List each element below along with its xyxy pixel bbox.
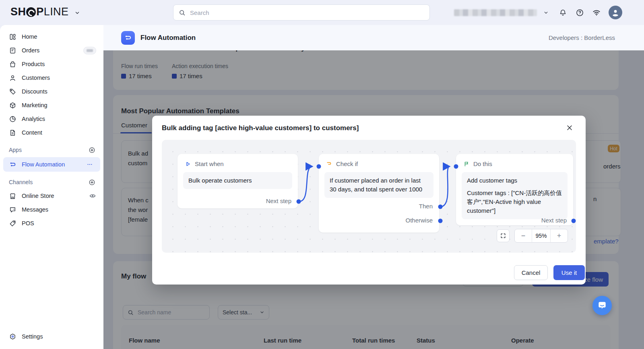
search-icon — [179, 9, 186, 16]
sidebar-item-label: Analytics — [22, 116, 45, 122]
sidebar-item-label: Marketing — [22, 102, 47, 108]
sidebar: Home Orders Products Customers Discounts… — [0, 25, 103, 349]
port-next-step[interactable]: Next step — [266, 197, 291, 204]
port-then[interactable]: Then — [419, 203, 433, 210]
sidebar-section-label: Channels — [9, 179, 33, 185]
port-next-step[interactable]: Next step — [541, 217, 567, 224]
shopline-logo-o-icon — [26, 7, 36, 17]
more-options-icon[interactable] — [87, 161, 93, 168]
cancel-button[interactable]: Cancel — [514, 265, 548, 280]
zoom-in-button[interactable]: + — [551, 229, 568, 242]
help-icon[interactable] — [575, 8, 584, 17]
zoom-control: − 95% + — [514, 229, 568, 243]
wifi-status-icon[interactable] — [592, 8, 601, 17]
template-preview-modal: Bulk adding tag [active high-value custo… — [152, 116, 586, 285]
account-chevron-down-icon[interactable] — [541, 8, 551, 17]
sidebar-item-online-store[interactable]: Online Store — [0, 189, 103, 203]
node-body: Bulk operate customers — [183, 172, 292, 189]
sidebar-item-label: POS — [22, 220, 34, 226]
node-start-when[interactable]: Start when Bulk operate customers Next s… — [178, 154, 298, 208]
sidebar-item-customers[interactable]: Customers — [0, 71, 103, 85]
discounts-icon — [9, 88, 17, 96]
orders-icon — [9, 47, 17, 54]
add-channel-icon[interactable] — [89, 179, 95, 186]
topbar: SHPLINE — [0, 0, 644, 25]
play-icon — [185, 161, 191, 167]
use-it-button[interactable]: Use it — [553, 265, 585, 280]
sidebar-item-home[interactable]: Home — [0, 30, 103, 44]
settings-gear-icon — [9, 333, 17, 341]
global-search-input[interactable] — [189, 9, 424, 17]
chevron-down-icon[interactable] — [74, 10, 80, 16]
home-icon — [9, 33, 17, 41]
node-check-if[interactable]: Check if If customer placed an order in … — [319, 154, 439, 233]
add-app-icon[interactable] — [89, 147, 95, 154]
sidebar-item-content[interactable]: Content — [0, 126, 103, 139]
sidebar-item-label: Discounts — [22, 88, 47, 95]
node-title: Check if — [319, 154, 439, 167]
sidebar-item-messages[interactable]: Messages — [0, 203, 103, 216]
sidebar-item-label: Home — [22, 33, 37, 40]
zoom-out-button[interactable]: − — [515, 229, 532, 242]
fit-to-screen-button[interactable] — [497, 229, 510, 242]
sidebar-item-products[interactable]: Products — [0, 57, 103, 71]
sidebar-item-flow-automation[interactable]: Flow Automation — [3, 157, 100, 172]
avatar[interactable] — [609, 6, 622, 19]
sidebar-item-label: Content — [22, 129, 42, 136]
sidebar-item-discounts[interactable]: Discounts — [0, 85, 103, 98]
flow-automation-icon — [9, 161, 17, 168]
close-icon[interactable] — [565, 123, 574, 133]
sidebar-item-label: Customers — [22, 75, 50, 81]
sidebar-item-pos[interactable]: POS — [0, 216, 103, 230]
messages-icon — [9, 206, 17, 214]
sidebar-item-label: Online Store — [22, 193, 54, 199]
global-search[interactable] — [173, 4, 430, 21]
flag-icon — [463, 161, 470, 167]
zoom-level: 95% — [532, 229, 551, 242]
sidebar-item-label: Settings — [22, 333, 43, 340]
developers-context: Developers : BorderLess — [549, 34, 615, 41]
analytics-icon — [9, 115, 17, 123]
node-body: If customer placed an order in last 30 d… — [324, 172, 433, 198]
sidebar-item-marketing[interactable]: Marketing — [0, 98, 103, 112]
sidebar-item-orders[interactable]: Orders — [0, 44, 103, 57]
marketing-icon — [9, 102, 17, 109]
support-chat-button[interactable] — [592, 296, 612, 315]
flow-automation-app-icon — [121, 31, 135, 45]
online-store-icon — [9, 192, 17, 200]
orders-count-badge-redacted — [83, 47, 96, 54]
account-name-redacted[interactable] — [454, 9, 537, 16]
page-header: Flow Automation Developers : BorderLess — [103, 25, 644, 50]
node-title: Start when — [178, 154, 298, 167]
condition-icon — [326, 161, 332, 167]
sidebar-section-channels: Channels — [0, 175, 103, 189]
sidebar-section-label: Apps — [9, 147, 22, 153]
sidebar-item-analytics[interactable]: Analytics — [0, 112, 103, 126]
products-icon — [9, 60, 17, 68]
page-title: Flow Automation — [140, 34, 196, 42]
node-body: Add customer tags Customer tags : ["CN-活… — [462, 172, 568, 219]
sidebar-item-settings[interactable]: Settings — [0, 330, 103, 343]
sidebar-item-label: Flow Automation — [22, 161, 65, 168]
chat-icon — [597, 300, 607, 311]
flow-canvas[interactable]: Start when Bulk operate customers Next s… — [162, 140, 576, 253]
modal-title: Bulk adding tag [active high-value custo… — [162, 124, 359, 132]
pos-icon — [9, 220, 17, 227]
sidebar-section-apps: Apps — [0, 143, 103, 157]
visibility-eye-icon[interactable] — [89, 192, 96, 199]
sidebar-item-label: Products — [22, 61, 45, 67]
notifications-bell-icon[interactable] — [558, 8, 568, 17]
shopline-logo[interactable]: SHPLINE — [10, 6, 80, 18]
node-title: Do this — [456, 154, 573, 167]
customers-icon — [9, 74, 17, 82]
sidebar-item-label: Orders — [22, 47, 39, 54]
port-otherwise[interactable]: Otherwise — [405, 217, 433, 224]
shopline-logo-text: SHPLINE — [10, 6, 68, 18]
content-icon — [9, 129, 17, 137]
node-do-this[interactable]: Do this Add customer tags Customer tags … — [456, 154, 573, 225]
sidebar-item-label: Messages — [22, 206, 48, 213]
